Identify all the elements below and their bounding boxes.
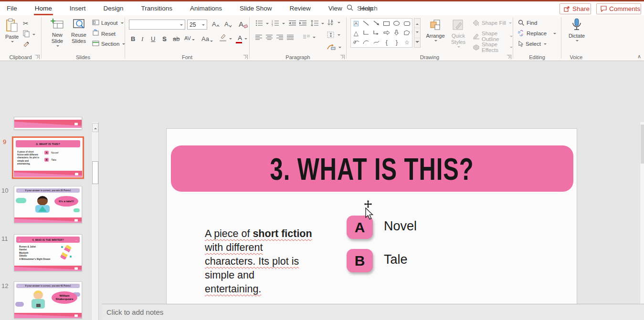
tab-animations[interactable]: Animations: [188, 1, 224, 15]
shape-right-arrow[interactable]: [383, 30, 390, 36]
shape-rounded-rectangle[interactable]: [404, 21, 410, 26]
shape-textbox[interactable]: A: [354, 21, 359, 26]
tab-view[interactable]: View: [327, 1, 344, 15]
option-a-chip[interactable]: A: [347, 216, 373, 239]
thumbnail-scroll-up-button[interactable]: [92, 123, 98, 132]
numbering-button[interactable]: 123: [272, 20, 285, 26]
shape-scribble[interactable]: [353, 40, 359, 46]
bullets-button[interactable]: [255, 20, 269, 26]
copy-button[interactable]: [23, 30, 35, 38]
collapse-ribbon-button[interactable]: ∧: [637, 53, 641, 60]
font-name-combo[interactable]: [129, 20, 185, 30]
thumbnail-slide-12[interactable]: ⌂ If your answer is correct, you win 40 …: [14, 281, 82, 319]
select-button[interactable]: Select: [518, 41, 547, 47]
thumbnail-slide-9[interactable]: 3. WHAT IS THIS? A piece of short fictio…: [12, 136, 84, 179]
cut-button[interactable]: ✂: [23, 20, 29, 27]
shape-oval[interactable]: [393, 21, 400, 26]
text-direction-button[interactable]: A: [327, 19, 340, 26]
notes-pane[interactable]: Click to add notes: [102, 304, 644, 320]
shape-triangle[interactable]: △: [354, 30, 359, 36]
grow-font-button[interactable]: A: [212, 21, 220, 28]
tab-file[interactable]: File: [5, 1, 19, 15]
clipboard-dialog-launcher[interactable]: [35, 55, 40, 59]
shape-rectangle[interactable]: [383, 21, 390, 26]
change-case-button[interactable]: Aa: [201, 35, 213, 42]
font-dialog-launcher[interactable]: [243, 55, 248, 59]
thumbnail-scrollbar[interactable]: [91, 122, 98, 320]
shape-right-brace[interactable]: }: [396, 40, 398, 45]
shrink-font-button[interactable]: A: [224, 21, 232, 28]
strikethrough-button[interactable]: ab: [173, 35, 179, 42]
thumbnail-scrollbar-thumb[interactable]: [92, 161, 98, 184]
share-button[interactable]: Share: [560, 3, 591, 14]
thumbnail-slide-8-partial[interactable]: [14, 117, 82, 130]
section-button[interactable]: Section: [92, 41, 125, 47]
shapes-scroll-down[interactable]: [414, 28, 420, 38]
line-spacing-button[interactable]: [311, 20, 324, 26]
tab-transitions[interactable]: Transitions: [139, 1, 175, 15]
slide-title-banner[interactable]: 3. WHAT IS THIS?: [171, 145, 573, 192]
slide-canvas[interactable]: 3. WHAT IS THIS? A piece of short fictio…: [166, 128, 577, 320]
shapes-more-button[interactable]: [414, 38, 420, 47]
tab-slide-show[interactable]: Slide Show: [238, 1, 274, 15]
convert-smartart-button[interactable]: [327, 44, 341, 50]
align-left-button[interactable]: [255, 34, 262, 40]
tab-design[interactable]: Design: [102, 1, 126, 15]
shape-elbow-connector[interactable]: [363, 30, 369, 36]
highlight-caret[interactable]: [229, 38, 232, 41]
shape-outline-button[interactable]: Shape Outline: [473, 31, 513, 42]
layout-button[interactable]: Layout: [92, 20, 124, 26]
shape-fill-button[interactable]: Shape Fill: [473, 20, 512, 26]
shape-star[interactable]: ☆: [404, 40, 410, 45]
align-center-button[interactable]: [266, 34, 273, 40]
shape-elbow-arrow-connector[interactable]: [373, 30, 379, 36]
decrease-indent-button[interactable]: [289, 20, 296, 26]
new-slide-button[interactable]: New Slide: [47, 18, 67, 47]
shape-down-arrow[interactable]: [394, 30, 399, 36]
font-color-button[interactable]: A: [236, 34, 242, 43]
main-scrollbar-thumb[interactable]: [641, 124, 644, 164]
option-a-label[interactable]: Novel: [384, 219, 417, 234]
search-box[interactable]: Search: [347, 1, 378, 15]
clear-formatting-button[interactable]: A: [239, 20, 248, 28]
find-button[interactable]: Find: [518, 20, 537, 26]
align-text-button[interactable]: [327, 31, 340, 38]
tab-review[interactable]: Review: [287, 1, 312, 15]
option-b-label[interactable]: Tale: [384, 252, 408, 267]
thumbnail-slide-11[interactable]: ⌂ 4. WHO IS THE WRITER? → Romeo & Juliet…: [14, 234, 82, 271]
dictate-button[interactable]: Dictate: [566, 18, 587, 42]
arrange-button[interactable]: Arrange: [424, 19, 447, 42]
option-b-chip[interactable]: B: [347, 249, 373, 272]
thumbnail-slide-10[interactable]: ⌂ If your answer is correct, you win 20 …: [14, 186, 82, 223]
justify-button[interactable]: [287, 34, 294, 40]
slide-body-text[interactable]: A piece of short fiction with different …: [205, 227, 314, 296]
highlight-color-button[interactable]: [220, 34, 226, 41]
shapes-gallery[interactable]: A △ { } ☆: [350, 18, 412, 48]
reuse-slides-button[interactable]: Reuse Slides: [68, 18, 89, 44]
italic-button[interactable]: I: [141, 35, 143, 43]
font-size-combo[interactable]: 25: [187, 20, 207, 30]
quick-styles-button[interactable]: Quick Styles: [448, 19, 469, 48]
columns-button[interactable]: [303, 34, 316, 40]
paragraph-dialog-launcher[interactable]: [340, 55, 345, 59]
shape-freeform[interactable]: [404, 30, 410, 36]
shapes-scroll-up[interactable]: [414, 19, 420, 28]
shapes-gallery-scroll[interactable]: [414, 18, 421, 48]
shape-left-brace[interactable]: {: [386, 40, 388, 45]
shape-arrow[interactable]: [373, 21, 380, 27]
tab-home[interactable]: Home: [33, 1, 54, 15]
shape-line[interactable]: [363, 21, 369, 27]
character-spacing-button[interactable]: AV: [184, 35, 195, 41]
increase-indent-button[interactable]: [299, 20, 306, 26]
reset-button[interactable]: Reset: [92, 30, 116, 37]
font-color-caret[interactable]: [244, 38, 247, 41]
shape-effects-button[interactable]: Shape Effects: [473, 41, 513, 53]
paste-button[interactable]: Paste: [3, 18, 21, 43]
format-painter-button[interactable]: [23, 41, 30, 48]
tab-insert[interactable]: Insert: [68, 1, 88, 15]
bold-button[interactable]: B: [131, 35, 135, 42]
text-shadow-button[interactable]: S: [162, 35, 167, 42]
replace-button[interactable]: bc Replace: [518, 30, 556, 36]
underline-button[interactable]: U: [151, 35, 155, 42]
drawing-dialog-launcher[interactable]: [507, 55, 511, 59]
